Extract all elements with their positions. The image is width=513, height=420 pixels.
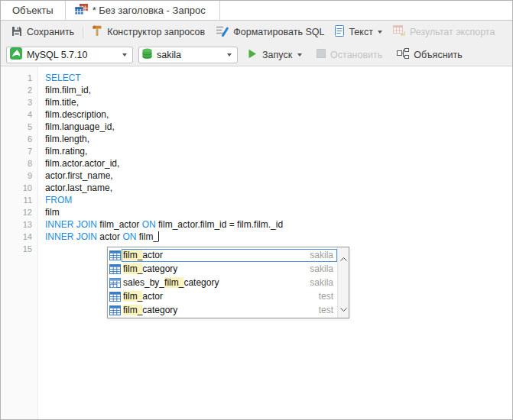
diagram-boxes-icon xyxy=(397,48,409,61)
autocomplete-item[interactable]: film_actortest xyxy=(108,289,337,303)
sql-keyword: INNER JOIN xyxy=(45,231,97,242)
line-number: 10 xyxy=(1,182,37,194)
autocomplete-scrollbar[interactable] xyxy=(337,247,349,318)
sql-keyword: ON xyxy=(142,219,156,230)
sql-text: film.language_id, xyxy=(45,121,115,132)
save-button[interactable]: Сохранить xyxy=(7,23,79,41)
tab-objects[interactable]: Объекты xyxy=(1,1,66,20)
autocomplete-item[interactable]: film_categorytest xyxy=(108,303,337,317)
autocomplete-item-database: sakila xyxy=(310,263,333,274)
autocomplete-item-database: test xyxy=(319,305,333,315)
query-builder-button[interactable]: Конструктор запросов xyxy=(87,23,209,41)
code-line[interactable]: film.rating, xyxy=(45,145,512,157)
database-cylinder-icon xyxy=(142,48,152,62)
sql-text: actor xyxy=(97,231,122,242)
line-number: 2 xyxy=(1,84,37,96)
match-highlight: film_ xyxy=(123,250,142,260)
scroll-down-icon[interactable] xyxy=(340,301,347,315)
lines-pen-icon xyxy=(216,25,229,39)
sql-text: film.rating, xyxy=(45,146,87,157)
sql-text: film.title, xyxy=(45,97,79,108)
line-number: 14 xyxy=(1,231,37,243)
sql-keyword: FROM xyxy=(45,195,72,205)
code-line[interactable]: film.title, xyxy=(45,96,512,108)
code-line[interactable]: film.film_id, xyxy=(45,84,512,96)
tab-objects-label: Объекты xyxy=(12,5,54,16)
document-icon xyxy=(335,25,344,39)
line-number: 12 xyxy=(1,206,37,218)
query-builder-label: Конструктор запросов xyxy=(107,27,205,37)
chevron-down-icon xyxy=(227,53,232,57)
code-line[interactable]: film.length, xyxy=(45,133,512,145)
sql-text: film.description, xyxy=(45,109,109,120)
tab-query[interactable]: * Без заголовка - Запрос xyxy=(66,1,220,20)
run-button[interactable]: Запуск xyxy=(243,46,307,64)
explain-button[interactable]: Объяснить xyxy=(392,46,466,64)
database-value: sakila xyxy=(157,50,181,60)
autocomplete-item[interactable]: film_actorsakila xyxy=(108,248,337,262)
code-line[interactable]: FROM xyxy=(45,194,512,206)
code-line[interactable]: INNER JOIN film_actor ON film_actor.film… xyxy=(45,218,512,231)
autocomplete-item-body: film_actorsakila xyxy=(122,249,337,262)
code-line[interactable]: film.language_id, xyxy=(45,121,512,133)
sql-editor[interactable]: 123456789101112131415 SELECTfilm.film_id… xyxy=(1,66,512,419)
sql-text: film xyxy=(45,207,60,218)
database-select[interactable]: sakila xyxy=(138,47,238,63)
match-highlight: film_ xyxy=(123,305,142,315)
line-number: 3 xyxy=(1,96,37,108)
line-number: 6 xyxy=(1,133,37,145)
code-lines[interactable]: SELECTfilm.film_id,film.title,film.descr… xyxy=(38,66,512,419)
match-highlight: film_ xyxy=(123,291,142,302)
stop-square-icon xyxy=(317,49,326,60)
connection-value: MySQL 5.7.10 xyxy=(27,50,87,60)
code-line[interactable]: actor.last_name, xyxy=(45,182,512,194)
code-line[interactable]: actor.first_name, xyxy=(45,170,512,182)
code-line[interactable]: INNER JOIN actor ON film_ xyxy=(45,231,512,243)
run-label: Запуск xyxy=(262,50,292,60)
format-sql-button[interactable]: Форматировать SQL xyxy=(211,23,329,41)
autocomplete-item-label: film_category xyxy=(123,263,177,274)
explain-label: Объяснить xyxy=(414,50,462,60)
connection-select[interactable]: MySQL 5.7.10 xyxy=(6,47,133,63)
code-line[interactable]: film.actor.actor_id, xyxy=(45,157,512,170)
autocomplete-item-database: test xyxy=(319,291,333,302)
code-line[interactable]: film.description, xyxy=(45,108,512,121)
autocomplete-item-database: sakila xyxy=(310,250,333,260)
code-line[interactable]: SELECT xyxy=(45,72,512,84)
sql-text: film_ xyxy=(136,231,158,242)
sql-keyword: INNER JOIN xyxy=(45,219,97,230)
autocomplete-item[interactable]: sales_by_film_categorysakila xyxy=(108,276,337,289)
line-number: 4 xyxy=(1,108,37,121)
line-number: 15 xyxy=(1,243,37,255)
scroll-up-icon[interactable] xyxy=(340,250,347,264)
line-number: 11 xyxy=(1,194,37,206)
match-highlight: film_ xyxy=(164,277,183,288)
tab-query-label: * Без заголовка - Запрос xyxy=(93,5,206,16)
main-toolbar: Сохранить Конструктор запросов xyxy=(1,21,512,44)
chevron-down-icon xyxy=(122,53,127,57)
line-number: 5 xyxy=(1,121,37,133)
line-number: 13 xyxy=(1,218,37,231)
line-number: 1 xyxy=(1,72,37,84)
sql-text: film.actor.actor_id, xyxy=(45,158,119,169)
autocomplete-popup: film_actorsakila film_categorysakila sal… xyxy=(107,247,349,318)
autocomplete-item-body: film_actortest xyxy=(122,290,337,303)
stop-label: Остановить xyxy=(330,50,382,60)
autocomplete-item-body: film_categorytest xyxy=(122,304,337,317)
autocomplete-item[interactable]: film_categorysakila xyxy=(108,262,337,276)
text-cursor xyxy=(158,231,159,241)
autocomplete-item-database: sakila xyxy=(310,277,333,288)
text-menu-button[interactable]: Текст xyxy=(330,23,386,41)
chevron-down-icon xyxy=(297,53,302,57)
tab-bar: Объекты * Без заголовка - Запрос xyxy=(1,1,512,21)
format-sql-label: Форматировать SQL xyxy=(233,27,324,37)
code-line[interactable]: film xyxy=(45,206,512,218)
query-tables-icon xyxy=(75,4,88,18)
sql-text: film_actor xyxy=(97,219,142,230)
match-highlight: film_ xyxy=(123,263,142,274)
line-number: 8 xyxy=(1,157,37,170)
sql-text: actor.last_name, xyxy=(45,183,112,193)
hammer-icon xyxy=(92,25,102,39)
table-icon xyxy=(109,305,121,315)
autocomplete-item-label: sales_by_film_category xyxy=(123,277,219,288)
